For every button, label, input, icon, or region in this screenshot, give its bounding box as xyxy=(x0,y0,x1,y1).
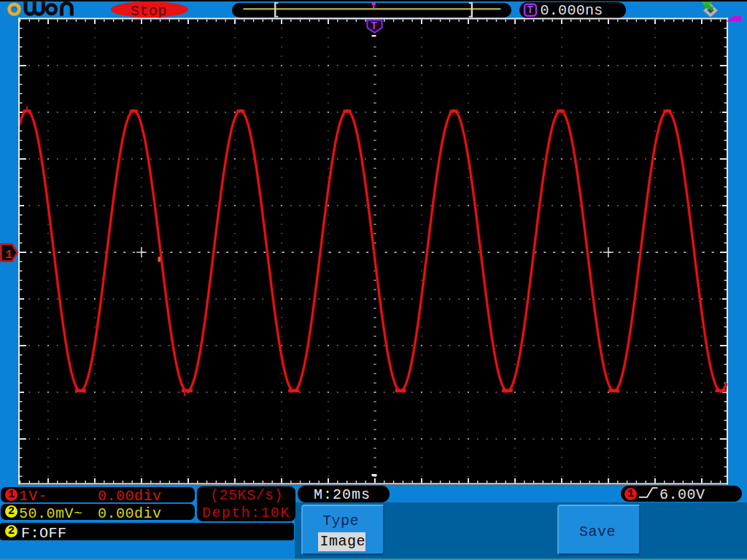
svg-text:1: 1 xyxy=(5,248,12,262)
svg-text:T: T xyxy=(371,20,377,32)
svg-text:T: T xyxy=(527,4,533,16)
